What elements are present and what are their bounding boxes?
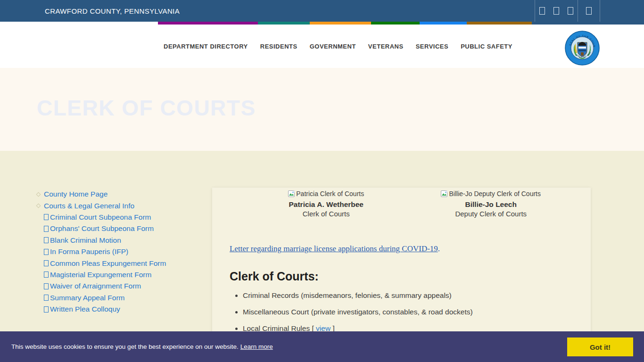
sidebar-item-summary-appeal-form[interactable]: Summary Appeal Form xyxy=(44,292,202,304)
diamond-bullet-icon xyxy=(36,204,41,208)
sidebar-item-courts-legal-general-info[interactable]: Courts & Legal General Info xyxy=(37,200,202,211)
divider xyxy=(535,0,535,22)
sidebar-item-in-forma-pauperis[interactable]: In Forma Pauperis (IFP) xyxy=(44,246,202,257)
official-deputy-clerk: Billie-Jo Deputy Clerk of Courts Billie-… xyxy=(409,190,574,218)
main-content-area: County Home Page Courts & Legal General … xyxy=(0,151,644,362)
sidebar-item-common-pleas-expungement-form[interactable]: Common Pleas Expungement Form xyxy=(44,257,202,269)
document-placeholder-icon xyxy=(44,249,49,255)
county-seal-logo[interactable]: SEAL OF THE COUNTY OF CRAWFORD CREATED 1… xyxy=(564,30,600,66)
nav-item-public-safety[interactable]: PUBLIC SAFETY xyxy=(461,43,512,50)
document-placeholder-icon xyxy=(44,272,49,278)
nav-item-services[interactable]: SERVICES xyxy=(416,43,449,50)
document-placeholder-icon xyxy=(44,295,49,301)
covid-letter-paragraph: Letter regarding marriage license applic… xyxy=(230,244,573,254)
got-it-button[interactable]: Got it! xyxy=(567,337,633,356)
official-clerk: Patricia Clerk of Courts Patricia A. Wet… xyxy=(244,190,409,218)
list-item: Miscellaneous Court (private investigato… xyxy=(243,307,573,317)
divider xyxy=(578,0,578,22)
sidebar-navigation: County Home Page Courts & Legal General … xyxy=(37,189,202,315)
nav-item-residents[interactable]: RESIDENTS xyxy=(260,43,297,50)
official-name: Patricia A. Wetherbee xyxy=(244,200,409,209)
document-placeholder-icon xyxy=(44,237,49,243)
sidebar-item-waiver-of-arraignment-form[interactable]: Waiver of Arraignment Form xyxy=(44,280,202,292)
broken-image-icon xyxy=(288,190,296,197)
social-icon-3[interactable] xyxy=(568,7,573,15)
diamond-bullet-icon xyxy=(36,192,41,197)
nav-item-government[interactable]: GOVERNMENT xyxy=(310,43,356,50)
list-item: Criminal Records (misdemeanors, felonies… xyxy=(243,291,573,300)
nav-item-veterans[interactable]: VETERANS xyxy=(368,43,404,50)
sidebar-item-orphans-court-subpeona-form[interactable]: Orphans' Court Subpeona Form xyxy=(44,223,202,234)
topbar-spacer xyxy=(600,0,644,22)
main-navigation: DEPARTMENT DIRECTORY RESIDENTS GOVERNMEN… xyxy=(0,25,644,68)
document-placeholder-icon xyxy=(44,283,49,289)
top-bar: CRAWFORD COUNTY, PENNSYLVANIA xyxy=(0,0,644,22)
official-title: Clerk of Courts xyxy=(244,210,409,218)
social-icon-4[interactable] xyxy=(586,7,592,15)
sidebar-item-blank-criminal-motion[interactable]: Blank Criminal Motion xyxy=(44,235,202,246)
social-icon-1[interactable] xyxy=(539,7,545,15)
social-icons-group xyxy=(535,0,644,22)
covid-letter-link[interactable]: Letter regarding marriage license applic… xyxy=(230,244,438,253)
document-placeholder-icon xyxy=(44,260,49,266)
duties-list: Criminal Records (misdemeanors, felonies… xyxy=(230,291,573,333)
social-icon-2[interactable] xyxy=(553,7,559,15)
site-name: CRAWFORD COUNTY, PENNSYLVANIA xyxy=(45,7,180,15)
sidebar-item-criminal-court-subpeona-form[interactable]: Criminal Court Subpeona Form xyxy=(44,212,202,223)
official-title: Deputy Clerk of Courts xyxy=(409,210,574,218)
officials-row: Patricia Clerk of Courts Patricia A. Wet… xyxy=(230,190,573,218)
document-placeholder-icon xyxy=(44,214,49,220)
document-placeholder-icon xyxy=(44,306,49,313)
sidebar-item-county-home-page[interactable]: County Home Page xyxy=(37,189,202,200)
cookie-consent-bar: This website uses cookies to ensure you … xyxy=(0,331,644,362)
document-placeholder-icon xyxy=(44,226,49,232)
sidebar-item-magisterial-expungement-form[interactable]: Magisterial Expungement Form xyxy=(44,269,202,280)
broken-image-alt-line: Billie-Jo Deputy Clerk of Courts xyxy=(441,190,541,197)
sidebar-item-written-plea-colloquy[interactable]: Written Plea Colloquy xyxy=(44,304,202,315)
county-seal-icon: SEAL OF THE COUNTY OF CRAWFORD CREATED 1… xyxy=(564,30,600,66)
nav-menu: DEPARTMENT DIRECTORY RESIDENTS GOVERNMEN… xyxy=(164,43,512,50)
broken-image-alt-line: Patricia Clerk of Courts xyxy=(288,190,364,197)
section-heading: Clerk of Courts: xyxy=(230,270,573,283)
learn-more-link[interactable]: Learn more xyxy=(240,343,273,350)
page-banner: CLERK OF COURTS xyxy=(0,68,644,151)
page-title: CLERK OF COURTS xyxy=(37,95,256,121)
official-name: Billie-Jo Leech xyxy=(409,200,574,209)
nav-item-department-directory[interactable]: DEPARTMENT DIRECTORY xyxy=(164,43,248,50)
cookie-message: This website uses cookies to ensure you … xyxy=(11,343,273,350)
broken-image-icon xyxy=(441,190,448,197)
